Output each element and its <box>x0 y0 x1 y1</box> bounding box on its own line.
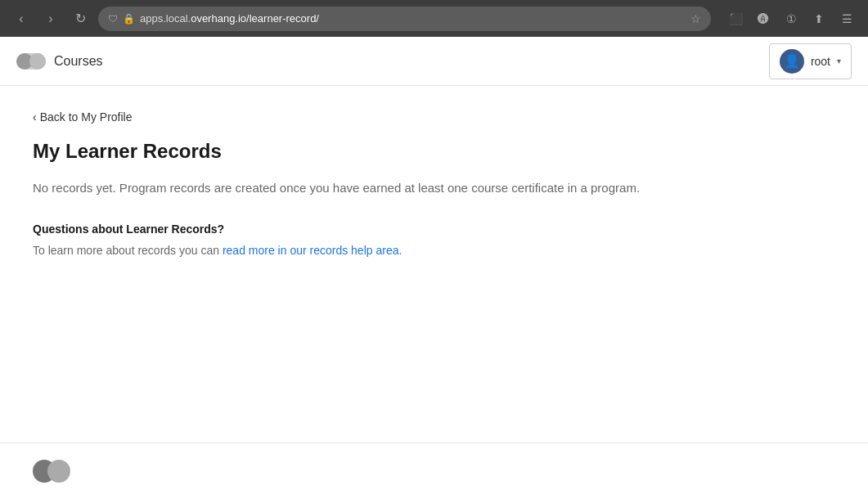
main-content: ‹ Back to My Profile My Learner Records … <box>0 86 868 284</box>
user-name: root <box>811 55 830 68</box>
back-link-label: Back to My Profile <box>40 110 133 124</box>
extension-icon[interactable]: ① <box>780 7 803 30</box>
questions-section: Questions about Learner Records? To lear… <box>33 223 835 259</box>
user-menu[interactable]: 👤 root ▾ <box>769 43 852 79</box>
help-link[interactable]: read more in our records help area. <box>223 244 402 257</box>
bookmark-icon[interactable]: ☆ <box>690 12 701 25</box>
questions-text-prefix: To learn more about records you can <box>33 244 223 257</box>
questions-text: To learn more about records you can read… <box>33 242 835 259</box>
app-logo[interactable]: Courses <box>16 53 103 70</box>
pocket-icon[interactable]: ⬛ <box>724 7 747 30</box>
back-button[interactable]: ‹ <box>10 7 33 30</box>
share-icon[interactable]: ⬆ <box>807 7 830 30</box>
chevron-down-icon: ▾ <box>837 56 841 65</box>
app-name: Courses <box>54 54 103 69</box>
security-icon: 🛡 <box>108 13 118 25</box>
page-title: My Learner Records <box>33 140 835 163</box>
back-to-profile-link[interactable]: ‹ Back to My Profile <box>33 110 835 124</box>
avatar-icon: 👤 <box>784 53 800 69</box>
user-avatar: 👤 <box>780 49 804 74</box>
footer-circle-right <box>47 460 70 483</box>
logo-circle-right <box>29 53 46 70</box>
browser-actions: ⬛ 🅐 ① ⬆ ☰ <box>724 7 858 30</box>
no-records-text: No records yet. Program records are crea… <box>33 179 835 198</box>
forward-button[interactable]: › <box>39 7 62 30</box>
address-bar[interactable]: 🛡 🔒 apps.local.overhang.io/learner-recor… <box>98 7 711 31</box>
app-header: Courses 👤 root ▾ <box>0 37 868 86</box>
lock-icon: 🔒 <box>123 13 135 25</box>
account-icon[interactable]: 🅐 <box>752 7 775 30</box>
app-footer <box>0 443 868 499</box>
menu-icon[interactable]: ☰ <box>835 7 858 30</box>
browser-chrome: ‹ › ↻ 🛡 🔒 apps.local.overhang.io/learner… <box>0 0 868 37</box>
logo-icon <box>16 53 46 70</box>
questions-title: Questions about Learner Records? <box>33 223 835 236</box>
chevron-left-icon: ‹ <box>33 110 37 124</box>
refresh-button[interactable]: ↻ <box>69 7 92 30</box>
url-text: apps.local.overhang.io/learner-record/ <box>140 12 319 25</box>
footer-logo <box>33 460 74 483</box>
